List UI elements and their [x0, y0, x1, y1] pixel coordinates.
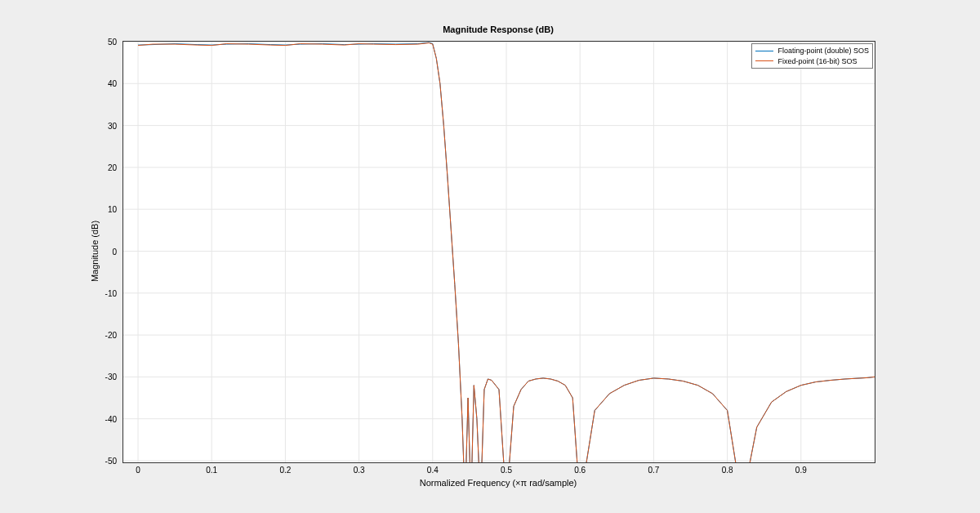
svg-text:0.8: 0.8 [722, 466, 733, 475]
legend-swatch [755, 60, 773, 61]
figure-window: Magnitude Response (dB) Magnitude (dB) N… [0, 0, 980, 513]
svg-text:0: 0 [136, 466, 140, 475]
x-axis-label: Normalized Frequency (×π rad/sample) [122, 478, 874, 488]
svg-text:0.2: 0.2 [279, 466, 291, 475]
legend-entry: Fixed-point (16-bit) SOS [755, 56, 869, 67]
legend-label: Floating-point (double) SOS [777, 46, 869, 56]
chart-title: Magnitude Response (dB) [122, 25, 874, 34]
plot-svg [123, 42, 875, 462]
svg-text:20: 20 [108, 163, 118, 172]
grid-lines [123, 42, 875, 462]
svg-text:-50: -50 [105, 457, 118, 466]
svg-text:0: 0 [112, 248, 117, 256]
plot-axes[interactable]: 00.10.20.30.40.50.60.70.80.9-50-40-30-20… [122, 41, 875, 463]
legend-label: Fixed-point (16-bit) SOS [777, 56, 857, 67]
svg-text:30: 30 [108, 122, 118, 131]
svg-text:0.1: 0.1 [206, 466, 217, 475]
legend-swatch [755, 51, 773, 51]
svg-text:-30: -30 [105, 372, 118, 381]
svg-text:0.3: 0.3 [354, 466, 365, 475]
svg-text:-10: -10 [105, 289, 118, 298]
svg-text:0.4: 0.4 [427, 466, 439, 475]
legend-box[interactable]: Floating-point (double) SOS Fixed-point … [751, 43, 873, 69]
svg-text:0.7: 0.7 [648, 466, 659, 475]
svg-text:40: 40 [108, 79, 118, 88]
svg-text:50: 50 [108, 38, 118, 47]
svg-text:0.9: 0.9 [795, 466, 807, 475]
svg-text:0.6: 0.6 [574, 466, 586, 475]
svg-text:10: 10 [108, 205, 118, 214]
legend-entry: Floating-point (double) SOS [755, 46, 869, 56]
svg-text:0.5: 0.5 [501, 466, 512, 475]
y-axis-label: Magnitude (dB) [90, 41, 106, 462]
svg-text:-20: -20 [105, 331, 118, 340]
svg-text:-40: -40 [105, 415, 118, 424]
